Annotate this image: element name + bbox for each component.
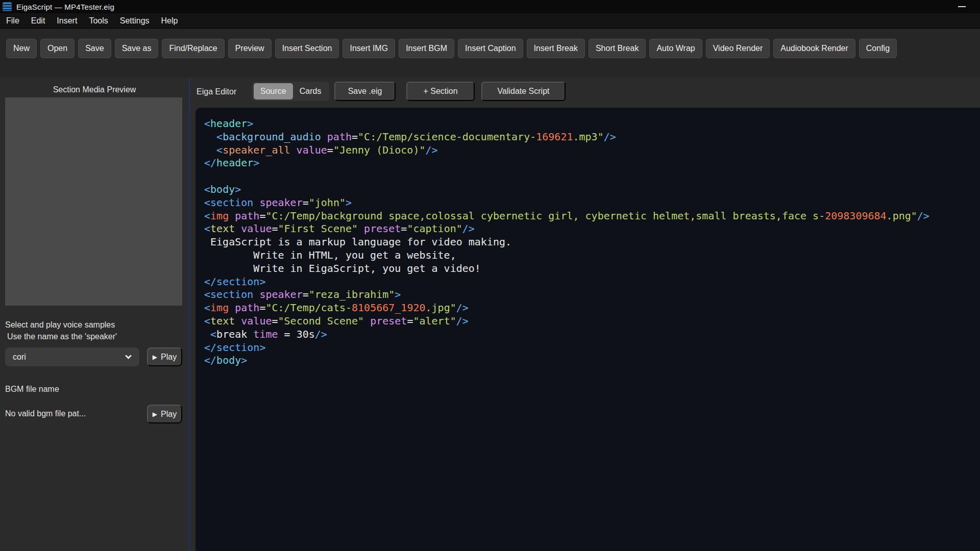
code-token: > [346, 196, 352, 209]
code-token: </ [204, 157, 216, 169]
toolbar-button[interactable]: Insert Section [275, 39, 339, 58]
code-token: img [210, 302, 229, 314]
toolbar-button[interactable]: Insert IMG [342, 39, 395, 58]
toolbar-button[interactable]: Save [78, 39, 111, 58]
code-line: <text value="Second Scene" preset="alert… [204, 315, 980, 328]
title-bar: EigaScript — MP4Tester.eig [0, 0, 980, 13]
code-line: Write in HTML, you get a website, [204, 249, 980, 262]
code-line: </body> [204, 354, 980, 367]
code-line: Write in EigaScript, you get a video! [204, 262, 980, 276]
code-token: background_audio [223, 131, 321, 143]
code-token: > [259, 276, 265, 288]
toolbar-button[interactable]: Save as [115, 39, 159, 58]
code-token: img [210, 210, 229, 222]
code-token: preset [358, 222, 401, 235]
voice-sample-select[interactable]: cori [5, 347, 139, 366]
code-token: Write in EigaScript, you get a video! [204, 262, 481, 274]
code-token: < [204, 222, 210, 235]
code-token: /> [462, 222, 475, 235]
code-token: 169621 [536, 131, 573, 143]
code-token: "alert" [413, 315, 456, 327]
tab-cards[interactable]: Cards [293, 83, 328, 99]
code-token: "First Scene" [278, 222, 358, 235]
bgm-play-button[interactable]: ▶ Play [147, 405, 182, 423]
code-token: = [259, 302, 265, 314]
code-token: /> [426, 144, 438, 156]
code-token: .jpg" [426, 302, 456, 314]
save-eig-button[interactable]: Save .eig [334, 82, 396, 101]
toolbar-button[interactable]: Audiobook Render [773, 39, 855, 58]
toolbar-button[interactable]: Open [40, 39, 75, 58]
code-token: /> [456, 302, 469, 314]
code-content[interactable]: <header> <background_audio path="C:/Temp… [195, 108, 980, 367]
toolbar-button[interactable]: Short Break [589, 39, 646, 58]
voice-play-button[interactable]: ▶ Play [147, 347, 182, 366]
code-token: "C:/Temp/background space,colossal cyber… [265, 210, 825, 222]
toolbar-button[interactable]: Insert Caption [458, 39, 523, 58]
toolbar-button[interactable]: Video Render [706, 39, 770, 58]
editor-area: Eiga Editor Source Cards Save .eig + Sec… [190, 78, 980, 551]
code-token: < [204, 131, 223, 143]
toolbar-button[interactable]: Insert BGM [399, 39, 454, 58]
media-preview-pane [5, 97, 182, 306]
menu-item[interactable]: Settings [114, 15, 155, 27]
voice-hint-line1: Select and play voice samples [5, 320, 115, 330]
menu-item[interactable]: Edit [26, 15, 51, 27]
code-token: = [401, 222, 407, 235]
code-token: .mp3" [573, 131, 604, 143]
code-token: value [290, 144, 327, 156]
code-token: EigaScript is a markup language for vide… [204, 236, 511, 248]
menu-item[interactable]: File [1, 15, 25, 27]
code-token: .png" [887, 210, 917, 222]
voice-hint-line2: Use the name as the 'speaker' [7, 332, 117, 341]
code-token: Write in HTML, you get a website, [204, 249, 456, 261]
code-line: </section> [204, 341, 980, 355]
code-token: < [204, 183, 210, 195]
code-token: /> [917, 210, 929, 222]
code-token: "reza_ibrahim" [309, 288, 395, 300]
play-icon: ▶ [153, 411, 157, 417]
code-token: break [216, 328, 247, 340]
toolbar-button[interactable]: Find/Replace [162, 39, 224, 58]
code-token: header [210, 117, 247, 130]
code-token: < [204, 210, 210, 222]
code-token: "Second Scene" [278, 315, 364, 327]
code-line: <background_audio path="C:/Temp/science-… [204, 131, 980, 144]
toolbar-button[interactable]: Preview [228, 39, 272, 58]
menu-item[interactable]: Help [156, 15, 184, 27]
code-line: <text value="First Scene" preset="captio… [204, 222, 980, 236]
code-line: </section> [204, 276, 980, 289]
toolbar-strip: New Open Save Save as Find/Replace Previ… [0, 29, 980, 78]
code-token: value [235, 315, 272, 327]
code-token: path [321, 131, 352, 143]
code-line: </header> [204, 157, 980, 170]
bgm-status-text: No valid bgm file pat... [5, 409, 86, 418]
code-token: text [210, 222, 235, 235]
code-token: header [216, 157, 253, 169]
toolbar-button[interactable]: Auto Wrap [649, 39, 702, 58]
code-token: preset [364, 315, 407, 327]
code-token: > [241, 354, 247, 366]
add-section-button[interactable]: + Section [406, 82, 475, 101]
tab-source[interactable]: Source [254, 83, 293, 99]
toolbar-button[interactable]: Config [859, 39, 897, 58]
voice-select-value: cori [13, 353, 26, 362]
play-button-label: Play [161, 410, 177, 419]
toolbar-button[interactable]: Insert Break [527, 39, 585, 58]
toolbar-button[interactable]: New [6, 39, 37, 58]
code-token: "C:/Temp/science-documentary- [358, 131, 536, 143]
code-token: < [204, 117, 210, 130]
code-line: <header> [204, 117, 980, 131]
code-token: path [229, 302, 259, 314]
code-token: </ [204, 354, 216, 366]
code-line: <img path="C:/Temp/cats-8105667_1920.jpg… [204, 302, 980, 315]
validate-script-button[interactable]: Validate Script [481, 82, 566, 101]
eiga-editor-label: Eiga Editor [197, 87, 236, 96]
code-token: speaker_all [223, 144, 290, 156]
menu-item[interactable]: Tools [83, 15, 113, 27]
code-token: < [204, 288, 210, 300]
code-token: body [210, 183, 235, 195]
minimize-icon[interactable] [958, 6, 966, 7]
code-token: > [395, 288, 401, 300]
menu-item[interactable]: Insert [51, 15, 83, 27]
